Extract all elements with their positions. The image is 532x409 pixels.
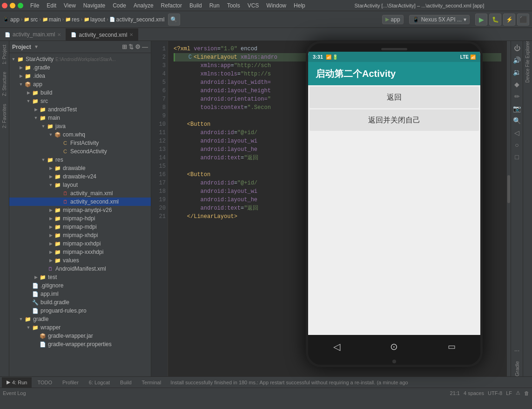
tree-wrapper-props[interactable]: ▶ 📄 gradle-wrapper.properties <box>9 340 151 348</box>
menu-analyze[interactable]: Analyze <box>130 1 157 10</box>
tree-test[interactable]: ▶ 📁 test <box>9 273 151 281</box>
run-button[interactable]: ▶ <box>475 14 487 26</box>
left-tab-project[interactable]: 1: Project <box>1 41 8 68</box>
stop-button[interactable]: ⬛ <box>517 14 529 26</box>
lf-indicator[interactable]: LF <box>506 390 512 396</box>
nav-back-btn[interactable]: 🔍 <box>168 14 180 26</box>
tree-src[interactable]: ▼ 📁 src <box>9 97 151 105</box>
tree-mipmap-anydpi[interactable]: ▶ 📁 mipmap-anydpi-v26 <box>9 206 151 214</box>
tree-mipmap-xxhdpi[interactable]: ▶ 📁 mipmap-xxhdpi <box>9 239 151 248</box>
square-btn[interactable]: □ <box>512 152 522 162</box>
tree-values[interactable]: ▶ 📁 values <box>9 256 151 265</box>
warning-icon[interactable]: ⚠ <box>516 390 520 396</box>
menu-run[interactable]: Run <box>206 1 223 10</box>
menu-window[interactable]: Window <box>263 1 290 10</box>
back-btn[interactable]: ◁ <box>512 128 522 138</box>
line-col-indicator[interactable]: 21:1 <box>450 390 460 396</box>
app-run-config[interactable]: ▶ app <box>382 15 404 24</box>
tree-build-gradle[interactable]: ▶ 🔧 build.gradle <box>9 298 151 307</box>
tree-androidtest[interactable]: ▶ 📁 androidTest <box>9 105 151 114</box>
menu-view[interactable]: View <box>61 1 79 10</box>
tree-activity-main-xml[interactable]: ▶ 🗒 activity_main.xml <box>9 189 151 198</box>
tree-main[interactable]: ▼ 📁 main <box>9 114 151 122</box>
tree-proguard[interactable]: ▶ 📄 proguard-rules.pro <box>9 307 151 315</box>
bottom-tab-run[interactable]: ▶ 4: Run <box>2 377 32 388</box>
gradle-panel-label[interactable]: Gradle <box>514 357 520 376</box>
tree-activity-second-xml[interactable]: ▶ 🗒 activity_second.xml <box>9 198 151 206</box>
panel-icon-external[interactable]: ⊞ <box>122 43 127 50</box>
tree-wrapper-jar[interactable]: ▶ 📦 gradle-wrapper.jar <box>9 332 151 340</box>
tree-manifest[interactable]: ▶ 🗒 AndroidManifest.xml <box>9 265 151 273</box>
tree-build[interactable]: ▶ 📁 build <box>9 89 151 97</box>
tree-wrapper[interactable]: ▼ 📁 wrapper <box>9 323 151 332</box>
maximize-button[interactable] <box>18 3 23 8</box>
tree-layout[interactable]: ▼ 📁 layout <box>9 181 151 189</box>
erase-btn[interactable]: ✏ <box>512 91 522 102</box>
left-tab-favorites[interactable]: 2: Favorites <box>1 100 8 132</box>
left-tab-structure[interactable]: Z: Structure <box>1 68 8 100</box>
power-btn[interactable]: ⏻ <box>512 43 522 53</box>
tree-java[interactable]: ▼ 📁 java <box>9 122 151 130</box>
bottom-tab-terminal[interactable]: Terminal <box>137 377 166 388</box>
menu-tools[interactable]: Tools <box>224 1 243 10</box>
debug-button[interactable]: 🐛 <box>489 14 501 26</box>
bottom-tab-logcat[interactable]: 6: Logcat <box>84 377 114 388</box>
error-icon[interactable]: 🗑 <box>524 390 529 396</box>
sound-btn[interactable]: 🔊 <box>512 55 522 65</box>
tree-mipmap-xhdpi[interactable]: ▶ 📁 mipmap-xhdpi <box>9 231 151 239</box>
menu-refactor[interactable]: Refactor <box>158 1 185 10</box>
scrollbar-thumb[interactable] <box>507 175 510 203</box>
phone-home-btn[interactable]: ⊙ <box>390 341 398 352</box>
close-button[interactable] <box>2 3 7 8</box>
phone-btn2[interactable]: 返回并关闭自己 <box>310 109 479 131</box>
theme-btn[interactable]: ◆ <box>512 79 522 89</box>
camera-btn[interactable]: 📷 <box>512 103 522 114</box>
phone-btn1[interactable]: 返回 <box>310 87 479 108</box>
attach-debugger-button[interactable]: ⚡ <box>503 14 515 26</box>
minimize-button[interactable] <box>10 3 15 8</box>
tree-secondactivity[interactable]: ▶ C SecondActivity <box>9 147 151 156</box>
device-selector[interactable]: 📱 Nexus 5X API ... ▾ <box>409 15 470 24</box>
tree-mipmap-hdpi[interactable]: ▶ 📁 mipmap-hdpi <box>9 214 151 223</box>
tree-drawable[interactable]: ▶ 📁 drawable <box>9 164 151 172</box>
tab-activity-second[interactable]: 📄 activity_second.xml ✕ <box>66 28 138 41</box>
panel-icon-settings[interactable]: ⚙ <box>135 43 141 50</box>
tree-root[interactable]: ▼ 📁 StarActivity E:\AndroidWorkplace\Sta… <box>9 55 151 63</box>
zoom-btn[interactable]: 🔍 <box>512 116 522 126</box>
tree-drawable-v24[interactable]: ▶ 📁 drawable-v24 <box>9 172 151 181</box>
tree-gradle-hidden[interactable]: ▶ 📁 .gradle <box>9 63 151 72</box>
menu-vcs[interactable]: VCS <box>244 1 263 10</box>
spaces-indicator[interactable]: 4 spaces <box>464 390 484 396</box>
tree-app[interactable]: ▼ 📦 app <box>9 80 151 89</box>
tab-close-main[interactable]: ✕ <box>57 32 61 37</box>
phone-recent-btn[interactable]: ▭ <box>448 341 456 352</box>
menu-help[interactable]: Help <box>290 1 309 10</box>
bottom-tab-todo[interactable]: TODO <box>33 377 57 388</box>
menu-code[interactable]: Code <box>109 1 129 10</box>
tree-package[interactable]: ▼ 📦 com.whq <box>9 130 151 139</box>
more-btn[interactable]: ··· <box>512 345 522 355</box>
tab-close-second[interactable]: ✕ <box>129 32 133 37</box>
tree-firstactivity[interactable]: ▶ C FirstActivity <box>9 139 151 147</box>
editor-scrollbar[interactable] <box>507 41 511 376</box>
panel-icon-close[interactable]: — <box>142 43 148 50</box>
breadcrumb-app[interactable]: 📱 app <box>3 16 20 23</box>
menu-file[interactable]: File <box>27 1 42 10</box>
tree-idea[interactable]: ▶ 📁 .idea <box>9 72 151 80</box>
phone-back-btn[interactable]: ◁ <box>333 341 340 352</box>
menu-build[interactable]: Build <box>186 1 205 10</box>
tree-res[interactable]: ▼ 📁 res <box>9 156 151 164</box>
tree-gitignore[interactable]: ▶ 📄 .gitignore <box>9 281 151 290</box>
bottom-tab-build[interactable]: Build <box>115 377 136 388</box>
circle-btn[interactable]: ○ <box>512 140 522 150</box>
encoding-indicator[interactable]: UTF-8 <box>488 390 502 396</box>
panel-icon-sync[interactable]: ⇅ <box>128 43 134 50</box>
menu-navigate[interactable]: Navigate <box>80 1 108 10</box>
device-file-explorer-label[interactable]: Device File Explorer <box>525 41 530 86</box>
event-log-link[interactable]: Event Log <box>3 390 26 396</box>
tree-app-iml[interactable]: ▶ 📄 app.iml <box>9 290 151 298</box>
bottom-tab-profiler[interactable]: Profiler <box>58 377 83 388</box>
menu-edit[interactable]: Edit <box>43 1 60 10</box>
tree-gradle-folder[interactable]: ▼ 📁 gradle <box>9 315 151 323</box>
tab-activity-main[interactable]: 📄 activity_main.xml ✕ <box>0 28 66 41</box>
